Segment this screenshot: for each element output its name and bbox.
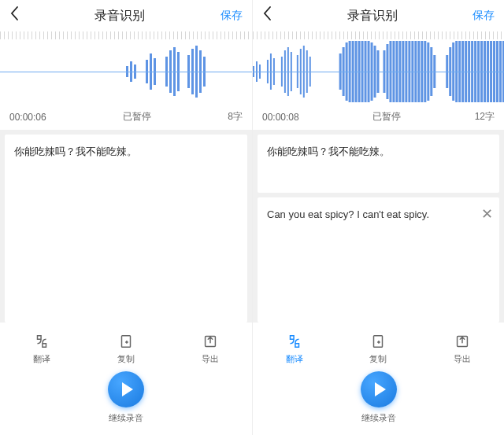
status-bar: 00:00:06 已暂停 8字	[0, 104, 252, 130]
back-icon[interactable]	[262, 6, 272, 26]
time-label: 00:00:08	[262, 112, 299, 123]
copy-button[interactable]: 复制	[117, 333, 135, 365]
pane-left: 录音识别 保存 00:00:06 已暂停 8字 你能吃辣吗？我不能吃辣。 翻译	[0, 0, 252, 435]
transcript-text: 你能吃辣吗？我不能吃辣。	[14, 146, 137, 157]
continue-area: 继续录音	[253, 371, 504, 435]
transcript-text: 你能吃辣吗？我不能吃辣。	[267, 146, 390, 157]
time-ruler	[253, 31, 504, 39]
copy-label: 复制	[117, 353, 135, 365]
transcript-card[interactable]: 你能吃辣吗？我不能吃辣。	[258, 135, 499, 193]
state-label: 已暂停	[123, 110, 151, 123]
waveform[interactable]	[0, 39, 252, 104]
content-area: 你能吃辣吗？我不能吃辣。	[0, 130, 252, 323]
translation-text: Can you eat spicy? I can't eat spicy.	[267, 208, 429, 220]
transcript-card[interactable]: 你能吃辣吗？我不能吃辣。	[5, 135, 247, 323]
translate-button[interactable]: 翻译	[33, 333, 50, 365]
time-ruler	[0, 31, 252, 39]
status-bar: 00:00:08 已暂停 12字	[253, 104, 504, 130]
export-button[interactable]: 导出	[454, 333, 471, 365]
time-label: 00:00:06	[9, 112, 46, 123]
export-button[interactable]: 导出	[202, 333, 219, 365]
continue-record-button[interactable]	[361, 371, 397, 407]
export-label: 导出	[202, 353, 219, 365]
content-area: 你能吃辣吗？我不能吃辣。 ✕ Can you eat spicy? I can'…	[253, 130, 504, 323]
translate-label: 翻译	[286, 353, 303, 365]
continue-label: 继续录音	[109, 412, 143, 424]
continue-label: 继续录音	[361, 412, 396, 424]
copy-button[interactable]: 复制	[369, 333, 387, 365]
page-title: 录音识别	[19, 8, 220, 24]
translate-label: 翻译	[33, 353, 50, 365]
copy-label: 复制	[369, 353, 387, 365]
close-icon[interactable]: ✕	[481, 204, 493, 225]
char-count: 12字	[475, 110, 495, 123]
translate-button[interactable]: 翻译	[286, 333, 303, 365]
state-label: 已暂停	[372, 110, 401, 123]
export-label: 导出	[454, 353, 471, 365]
continue-area: 继续录音	[0, 371, 252, 435]
save-button[interactable]: 保存	[220, 9, 243, 23]
save-button[interactable]: 保存	[472, 9, 495, 23]
header: 录音识别 保存	[253, 0, 504, 31]
svg-rect-15	[121, 335, 130, 347]
svg-rect-81	[374, 335, 383, 347]
header: 录音识别 保存	[0, 0, 252, 31]
back-icon[interactable]	[9, 6, 19, 26]
action-bar: 翻译 复制 导出	[0, 323, 252, 371]
page-title: 录音识别	[272, 8, 472, 24]
waveform[interactable]	[253, 39, 504, 104]
translation-card[interactable]: ✕ Can you eat spicy? I can't eat spicy.	[258, 197, 499, 323]
pane-right: 录音识别 保存 00:00:08 已暂停 12字 你能吃辣吗？我不能吃辣。	[252, 0, 504, 435]
char-count: 8字	[228, 110, 243, 123]
action-bar: 翻译 复制 导出	[253, 323, 504, 371]
continue-record-button[interactable]	[108, 371, 144, 407]
